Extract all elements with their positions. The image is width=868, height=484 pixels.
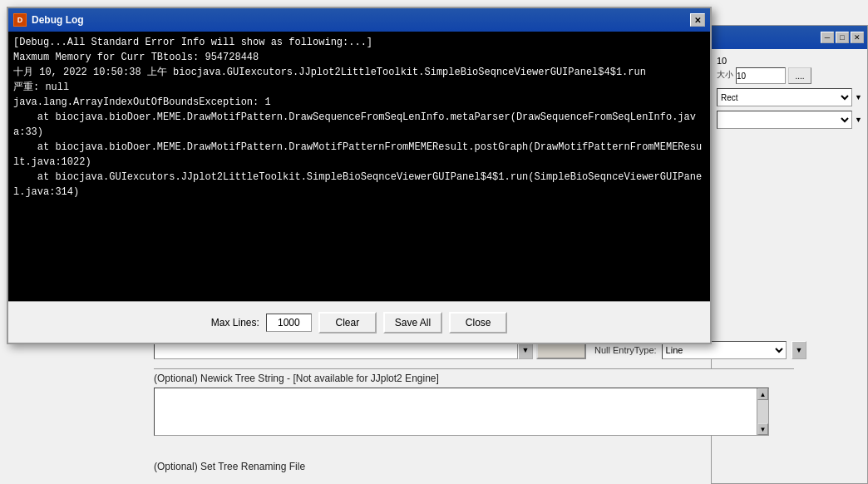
right-panel-minimize-btn[interactable]: ─ [821,32,834,43]
right-panel-close-btn[interactable]: ✕ [851,32,864,43]
size-label: 大小 [717,69,733,81]
right-panel-content: 10 大小 .... Rect ▼ ▼ [712,49,867,138]
newick-textarea-wrapper: ▲ ▼ [154,388,769,436]
size-input-row: 大小 .... [717,67,862,84]
newick-section: (Optional) Newick Tree String - [Not ava… [154,368,794,436]
select2-arrow-icon[interactable]: ▼ [855,116,862,124]
select1-dropdown[interactable]: Rect [717,88,852,106]
select1-arrow-icon[interactable]: ▼ [855,93,862,101]
newick-scrollbar: ▲ ▼ [757,388,768,435]
right-panel-title-buttons: ─ □ ✕ [821,32,864,43]
clear-button[interactable]: Clear [318,312,377,333]
newick-section-label: (Optional) Newick Tree String - [Not ava… [154,368,794,388]
max-lines-label: Max Lines: [211,317,259,328]
max-lines-input[interactable] [266,314,312,332]
log-line-0: [Debug...All Standard Error Info will sh… [13,35,705,50]
dialog-title-area: D Debug Log [13,13,84,27]
select2-row: ▼ [717,111,862,129]
newick-scroll-down-btn[interactable]: ▼ [757,423,768,435]
null-entry-arrow-icon[interactable]: ▼ [792,341,806,359]
newick-textarea[interactable] [155,388,757,435]
dialog-titlebar: D Debug Log ✕ [8,8,710,32]
size-number-display: 10 [717,54,862,67]
log-line-6: at biocjava.bioDoer.MEME.DrawMotifPatter… [13,140,705,170]
dots-button[interactable]: .... [788,67,811,84]
null-entry-label: Null EntryType: [594,345,657,355]
select2-dropdown[interactable] [717,111,852,129]
log-line-2: 十月 10, 2022 10:50:38 上午 biocjava.GUIexcu… [13,65,705,80]
right-panel-maximize-btn[interactable]: □ [836,32,849,43]
close-button[interactable]: Close [449,312,507,333]
set-tree-label: (Optional) Set Tree Renaming File [154,461,794,472]
log-line-5: at biocjava.bioDoer.MEME.DrawMotifPatter… [13,110,705,140]
right-panel-titlebar: ─ □ ✕ [712,26,867,49]
log-line-1: Maxmum Memory for Curr TBtools: 95472844… [13,50,705,65]
dialog-log-content: [Debug...All Standard Error Info will sh… [8,32,710,314]
log-line-3: 严重: null [13,80,705,95]
log-line-4: java.lang.ArrayIndexOutOfBoundsException… [13,95,705,110]
dialog-title-text: Debug Log [32,14,84,26]
newick-scroll-up-btn[interactable]: ▲ [757,388,768,400]
size-input[interactable] [736,67,786,84]
dialog-title-buttons: ✕ [690,13,705,27]
log-line-7: at biocjava.GUIexcutors.JJplot2LittleToo… [13,170,705,200]
save-all-button[interactable]: Save All [383,312,442,333]
set-tree-section: (Optional) Set Tree Renaming File [154,457,794,472]
dialog-close-btn[interactable]: ✕ [690,13,705,27]
select1-row: Rect ▼ [717,88,862,106]
debug-log-dialog: D Debug Log ✕ [Debug...All Standard Erro… [7,7,712,344]
dialog-app-icon: D [13,13,27,27]
dialog-footer: Max Lines: Clear Save All Close [8,301,710,343]
